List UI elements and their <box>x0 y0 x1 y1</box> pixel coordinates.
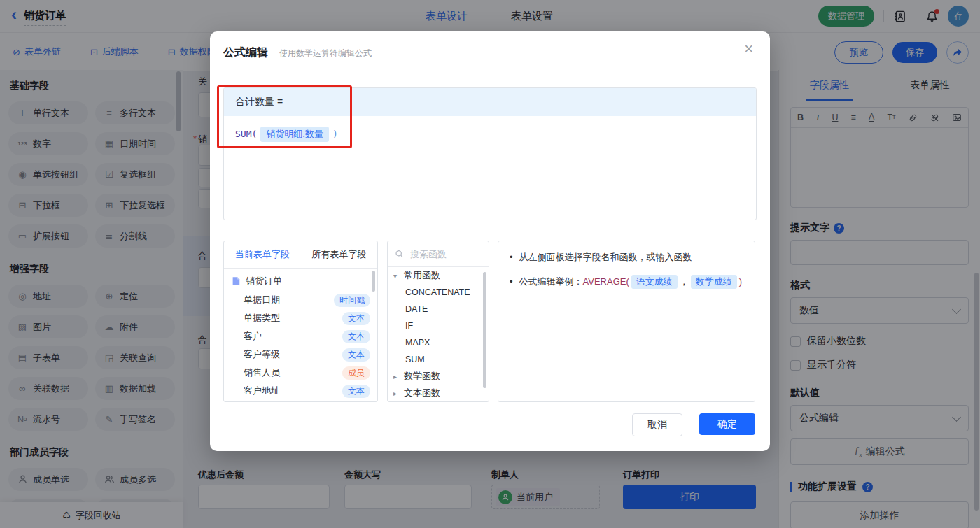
variable-name: 客户等级 <box>244 348 280 361</box>
modal-footer: 取消 确定 <box>632 413 755 436</box>
formula-target-bar: 合计数量 = <box>224 88 756 116</box>
formula-editor-modal: 公式编辑 使用数学运算符编辑公式 × 合计数量 = SUM(销货明细.数量) 可… <box>210 31 770 451</box>
formula-field-chip: 销货明细.数量 <box>260 127 329 142</box>
modal-subtitle: 使用数学运算符编辑公式 <box>279 48 372 59</box>
hint-example: 公式编辑举例：AVERAGE(语文成绩，数学成绩) <box>519 275 743 289</box>
functions-panel: ▾ 常用函数 CONCATENATE DATE IF MAPX SUM ▸ 数学… <box>387 241 489 402</box>
variable-row[interactable]: 客户文本 <box>224 327 377 345</box>
variable-type-badge: 文本 <box>342 312 370 325</box>
variable-type-badge: 时间戳 <box>334 294 370 307</box>
variables-tabs: 当前表单字段 所有表单字段 <box>224 241 377 269</box>
modal-title: 公式编辑 <box>223 45 268 60</box>
variable-row[interactable]: 客户地址文本 <box>224 382 377 400</box>
function-group-text[interactable]: ▸ 文本函数 <box>388 385 489 401</box>
function-item-concatenate[interactable]: CONCATENATE <box>388 284 489 301</box>
chevron-down-icon: ▾ <box>393 272 400 280</box>
variable-row[interactable]: 客户等级文本 <box>224 345 377 364</box>
formula-expression[interactable]: SUM(销货明细.数量) <box>224 116 756 152</box>
function-group-label: 文本函数 <box>404 387 440 399</box>
formula-function-name: SUM( <box>235 129 257 139</box>
function-item-mapx[interactable]: MAPX <box>388 334 489 351</box>
variable-name: 单据类型 <box>244 312 280 324</box>
variable-name: 单据日期 <box>244 294 280 306</box>
variable-type-badge: 文本 <box>342 385 370 398</box>
tab-all-form-fields[interactable]: 所有表单字段 <box>301 241 378 268</box>
function-search-box <box>388 241 489 267</box>
variable-name: 客户 <box>244 330 262 343</box>
form-doc-icon <box>231 276 241 286</box>
confirm-button[interactable]: 确定 <box>699 413 755 435</box>
app-screen: ‹ 销货订单 表单设计 表单设置 数据管理 <box>0 0 980 528</box>
variable-type-badge: 文本 <box>342 330 370 343</box>
variable-row[interactable]: 单据类型文本 <box>224 309 377 327</box>
tab-current-form-fields[interactable]: 当前表单字段 <box>224 241 301 268</box>
function-group-label: 数学函数 <box>404 370 440 383</box>
formula-input-area[interactable]: 合计数量 = SUM(销货明细.数量) <box>223 87 757 220</box>
variables-panel: 当前表单字段 所有表单字段 销货订单 单据日期时间戳 单据类型文本 客户文本 客… <box>223 241 378 402</box>
variable-name: 销售人员 <box>244 366 280 379</box>
variables-root-node[interactable]: 销货订单 <box>224 269 377 291</box>
function-item-sum[interactable]: SUM <box>388 351 489 368</box>
example-field-chip: 数学成绩 <box>691 275 737 289</box>
function-item-date[interactable]: DATE <box>388 301 489 317</box>
hint-line-2: 公式编辑举例：AVERAGE(语文成绩，数学成绩) <box>510 275 743 289</box>
variable-type-badge: 文本 <box>342 348 370 362</box>
variable-row[interactable]: 单据日期时间戳 <box>224 291 377 309</box>
search-function-input[interactable] <box>409 248 482 260</box>
search-icon <box>395 249 404 259</box>
function-group-common[interactable]: ▾ 常用函数 <box>388 267 489 284</box>
variable-type-badge: 成员 <box>342 366 370 380</box>
cancel-button[interactable]: 取消 <box>632 413 682 436</box>
function-item-if[interactable]: IF <box>388 317 489 334</box>
variable-name: 客户地址 <box>244 385 280 397</box>
formula-close-paren: ) <box>332 129 338 139</box>
close-icon[interactable]: × <box>744 41 753 57</box>
hint-text: 从左侧面板选择字段名和函数，或输入函数 <box>519 250 692 264</box>
function-group-label: 常用函数 <box>404 269 440 282</box>
functions-scrollbar-thumb[interactable] <box>483 272 486 388</box>
modal-header: 公式编辑 使用数学运算符编辑公式 <box>223 45 372 60</box>
formula-hint-panel: 从左侧面板选择字段名和函数，或输入函数 公式编辑举例：AVERAGE(语文成绩，… <box>498 241 755 402</box>
example-function-name: AVERAGE( <box>583 276 629 287</box>
variables-scrollbar-thumb[interactable] <box>372 271 375 292</box>
variables-root-label: 销货订单 <box>246 275 282 287</box>
hint-line-1: 从左侧面板选择字段名和函数，或输入函数 <box>510 250 743 264</box>
variable-row[interactable]: 销售人员成员 <box>224 364 377 382</box>
function-group-math[interactable]: ▸ 数学函数 <box>388 368 489 385</box>
example-field-chip: 语文成绩 <box>631 275 678 289</box>
chevron-right-icon: ▸ <box>393 390 400 397</box>
chevron-right-icon: ▸ <box>393 373 400 380</box>
